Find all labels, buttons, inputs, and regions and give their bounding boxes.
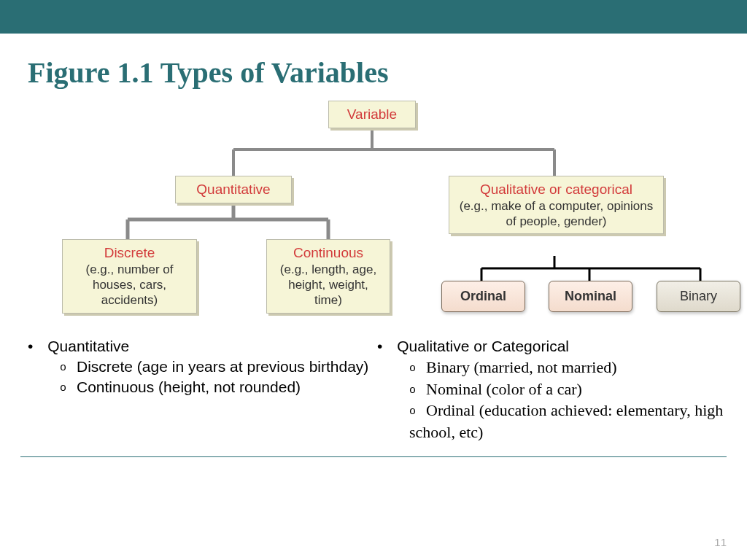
notes-left-item: Discrete (age in years at previous birth… xyxy=(60,357,377,377)
node-qualitative-sub: (e.g., make of a computer, opinions of p… xyxy=(457,198,656,230)
node-continuous-label: Continuous xyxy=(274,244,382,262)
page-number: 11 xyxy=(714,536,727,548)
node-ordinal-label: Ordinal xyxy=(460,289,506,303)
footer-divider xyxy=(20,456,727,457)
node-qualitative-label: Qualitative or categorical xyxy=(457,181,656,198)
node-ordinal: Ordinal xyxy=(441,281,525,312)
node-variable: Variable xyxy=(328,101,416,128)
notes-right-item: Ordinal (education achieved: elementary,… xyxy=(409,400,727,443)
page-title: Figure 1.1 Types of Variables xyxy=(0,34,747,97)
node-nominal-label: Nominal xyxy=(565,289,616,303)
node-continuous: Continuous (e.g., length, age, height, w… xyxy=(266,239,390,314)
node-binary: Binary xyxy=(657,281,740,312)
notes-left-col: Quantitative Discrete (age in years at p… xyxy=(28,338,377,443)
node-quantitative-label: Quantitative xyxy=(183,181,284,198)
header-bar xyxy=(0,0,747,34)
node-discrete: Discrete (e.g., number of houses, cars, … xyxy=(62,239,197,314)
node-discrete-label: Discrete xyxy=(70,244,189,262)
notes-left-head: Quantitative xyxy=(47,338,129,354)
node-nominal: Nominal xyxy=(549,281,632,312)
node-continuous-sub: (e.g., length, age, height, weight, time… xyxy=(274,262,382,308)
node-quantitative: Quantitative xyxy=(175,176,292,203)
variable-types-diagram: Variable Quantitative Qualitative or cat… xyxy=(0,97,747,338)
notes-right-col: Qualitative or Categorical Binary (marri… xyxy=(377,338,727,443)
node-discrete-sub: (e.g., number of houses, cars, accidents… xyxy=(70,262,189,308)
notes-right-item: Nominal (color of a car) xyxy=(409,378,727,400)
notes-left-item: Continuous (height, not rounded) xyxy=(60,377,377,397)
node-variable-label: Variable xyxy=(336,106,408,123)
node-qualitative: Qualitative or categorical (e.g., make o… xyxy=(449,176,664,234)
notes-right-head: Qualitative or Categorical xyxy=(397,338,569,354)
notes-right-item: Binary (married, not married) xyxy=(409,357,727,378)
notes-section: Quantitative Discrete (age in years at p… xyxy=(0,338,747,443)
node-binary-label: Binary xyxy=(680,289,717,303)
